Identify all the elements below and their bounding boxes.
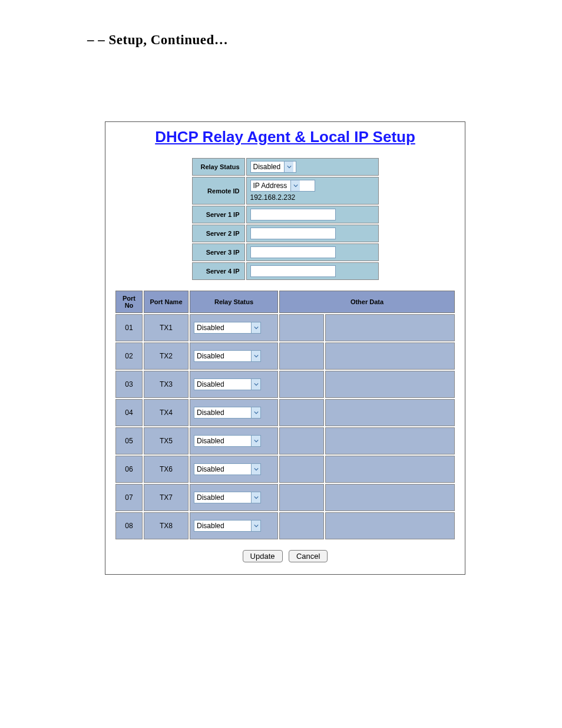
server4-label: Server 4 IP [192,262,245,280]
port-other-2 [325,484,455,511]
panel-title: DHCP Relay Agent & Local IP Setup [114,128,456,146]
port-other-2 [325,427,455,454]
port-relay-value: Disabled [197,352,251,360]
port-name: TX3 [144,371,189,398]
port-relay-value: Disabled [197,380,251,388]
page-header-suffix: – Setup, Continued… [98,32,228,47]
remote-id-select[interactable]: IP Address [250,180,315,192]
port-relay-select[interactable]: Disabled [194,322,261,334]
port-other-1 [279,427,324,454]
chevron-down-icon [251,322,260,333]
chevron-down-icon [251,436,260,446]
port-relay-value: Disabled [197,324,251,332]
port-no: 04 [115,399,143,426]
relay-status-select[interactable]: Disabled [250,161,296,173]
relay-status-label: Relay Status [192,158,245,176]
ports-table: Port No Port Name Relay Status Other Dat… [114,289,456,541]
server1-label: Server 1 IP [192,206,245,223]
port-relay-value: Disabled [197,522,251,530]
port-name: TX2 [144,342,189,370]
server1-input[interactable] [250,209,336,220]
port-no: 03 [115,371,143,398]
port-no: 01 [115,314,143,341]
ports-header-other: Other Data [279,291,455,313]
table-row: 06TX6Disabled [115,456,455,483]
port-name: TX5 [144,427,189,454]
port-relay-select[interactable]: Disabled [194,435,261,447]
chevron-down-icon [284,162,293,172]
table-row: 05TX5Disabled [115,427,455,454]
port-no: 05 [115,427,143,454]
chevron-down-icon [251,351,260,361]
table-row: 08TX8Disabled [115,512,455,539]
remote-id-label: Remote ID [192,177,245,205]
port-no: 08 [115,512,143,539]
port-relay-value: Disabled [197,493,251,502]
port-no: 06 [115,456,143,483]
chevron-down-icon [251,379,260,390]
button-row: Update Cancel [114,550,456,562]
settings-table: Relay Status Disabled Remote ID IP Addre… [191,157,380,281]
port-other-1 [279,456,324,483]
port-other-2 [325,314,455,341]
server4-input[interactable] [250,265,336,277]
port-other-1 [279,314,324,341]
port-other-1 [279,512,324,539]
port-name: TX4 [144,399,189,426]
table-row: 02TX2Disabled [115,342,455,370]
port-name: TX7 [144,484,189,511]
remote-id-value: IP Address [253,182,291,190]
chevron-down-icon [251,521,260,531]
table-row: 07TX7Disabled [115,484,455,511]
table-row: 04TX4Disabled [115,399,455,426]
port-name: TX1 [144,314,189,341]
port-other-2 [325,399,455,426]
port-other-2 [325,342,455,370]
config-panel: DHCP Relay Agent & Local IP Setup Relay … [105,121,465,575]
port-other-2 [325,456,455,483]
port-relay-select[interactable]: Disabled [194,492,261,503]
port-relay-select[interactable]: Disabled [194,407,261,419]
page-header: – – Setup, Continued… [87,32,562,48]
chevron-down-icon [290,180,300,191]
port-other-1 [279,371,324,398]
port-other-1 [279,399,324,426]
server2-label: Server 2 IP [192,225,245,242]
port-other-2 [325,371,455,398]
chevron-down-icon [251,492,260,503]
table-row: 01TX1Disabled [115,314,455,341]
update-button[interactable]: Update [243,550,283,562]
remote-id-sub: 192.168.2.232 [250,193,375,202]
server2-input[interactable] [250,228,336,239]
chevron-down-icon [251,407,260,418]
port-other-2 [325,512,455,539]
table-row: 03TX3Disabled [115,371,455,398]
port-relay-select[interactable]: Disabled [194,350,261,362]
port-relay-value: Disabled [197,465,251,473]
cancel-button[interactable]: Cancel [289,550,328,562]
port-relay-select[interactable]: Disabled [194,378,261,390]
server3-label: Server 3 IP [192,243,245,261]
ports-header-portno: Port No [115,291,143,313]
port-name: TX6 [144,456,189,483]
port-other-1 [279,484,324,511]
relay-status-value: Disabled [253,163,285,171]
port-no: 07 [115,484,143,511]
chevron-down-icon [251,464,260,475]
page-header-prefix: – [87,32,98,47]
server3-input[interactable] [250,246,336,258]
ports-header-relay: Relay Status [190,291,278,313]
port-relay-select[interactable]: Disabled [194,463,261,475]
port-relay-select[interactable]: Disabled [194,520,261,532]
port-name: TX8 [144,512,189,539]
port-relay-value: Disabled [197,437,251,445]
port-other-1 [279,342,324,370]
port-relay-value: Disabled [197,409,251,417]
port-no: 02 [115,342,143,370]
ports-header-portname: Port Name [144,291,189,313]
